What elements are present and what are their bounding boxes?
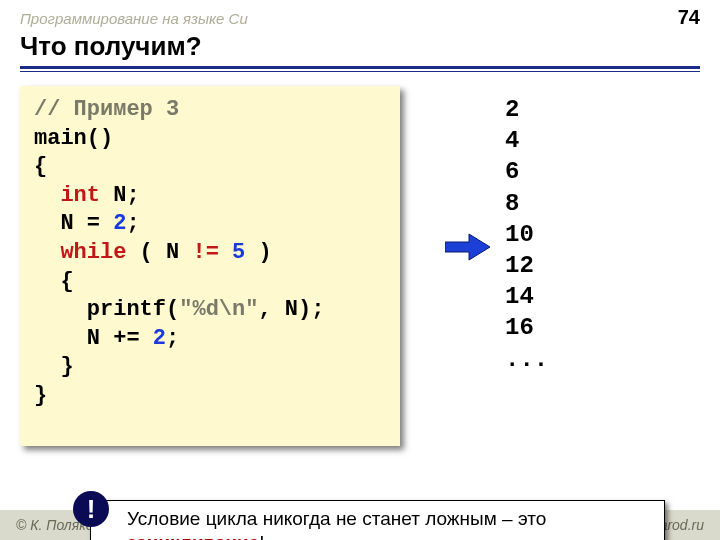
code-line: { bbox=[60, 269, 73, 294]
course-name: Программирование на языке Си bbox=[20, 10, 248, 27]
code-comment: // Пример 3 bbox=[34, 97, 179, 122]
code-string: "%d\n" bbox=[179, 297, 258, 322]
code-text: ) bbox=[245, 240, 271, 265]
code-text: ; bbox=[126, 211, 139, 236]
callout-emphasis: зацикливание bbox=[127, 532, 259, 540]
code-text: N; bbox=[100, 183, 140, 208]
code-line: { bbox=[34, 154, 47, 179]
code-example: // Пример 3 main() { int N; N = 2; while… bbox=[20, 86, 400, 446]
code-text bbox=[219, 240, 232, 265]
code-text: , N); bbox=[258, 297, 324, 322]
code-text: ; bbox=[166, 326, 179, 351]
code-line: } bbox=[34, 383, 47, 408]
code-text: N += bbox=[87, 326, 153, 351]
code-line: } bbox=[60, 354, 73, 379]
callout-text: Условие цикла никогда не станет ложным –… bbox=[127, 508, 546, 529]
program-output: 2 4 6 8 10 12 14 16 ... bbox=[505, 94, 548, 375]
code-op: != bbox=[192, 240, 218, 265]
code-line: main() bbox=[34, 126, 113, 151]
callout-text: ! bbox=[259, 532, 264, 540]
code-number: 5 bbox=[232, 240, 245, 265]
slide-title: Что получим? bbox=[0, 29, 720, 66]
code-text: printf( bbox=[87, 297, 179, 322]
code-number: 2 bbox=[113, 211, 126, 236]
code-text: N = bbox=[60, 211, 113, 236]
arrow-icon bbox=[445, 232, 490, 262]
svg-marker-0 bbox=[445, 234, 490, 260]
code-keyword: while bbox=[60, 240, 126, 265]
warning-callout: ! Условие цикла никогда не станет ложным… bbox=[90, 500, 665, 540]
code-keyword: int bbox=[60, 183, 100, 208]
page-number: 74 bbox=[678, 6, 700, 29]
code-text: ( N bbox=[126, 240, 192, 265]
exclamation-icon: ! bbox=[73, 491, 109, 527]
code-number: 2 bbox=[153, 326, 166, 351]
